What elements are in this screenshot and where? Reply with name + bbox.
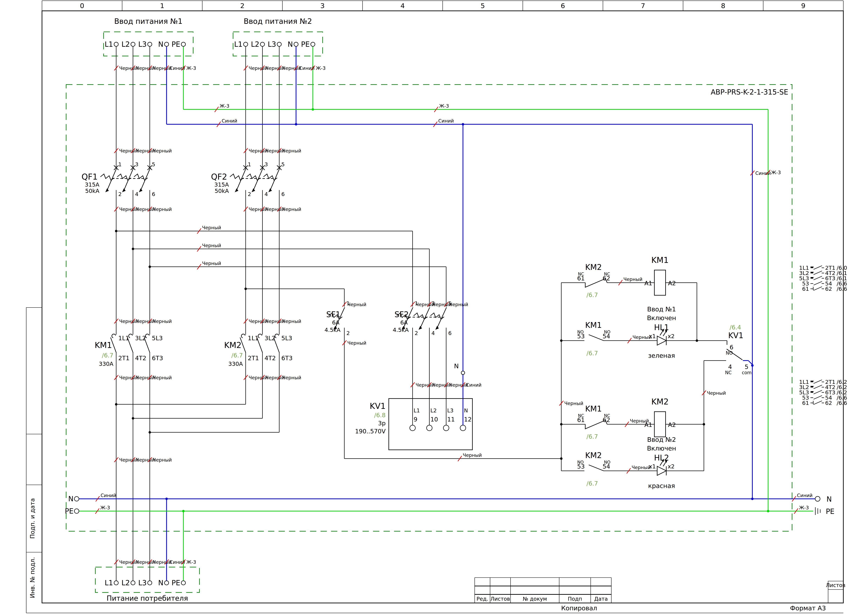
wire-color-text: Черный (564, 401, 583, 406)
wire-color-text: Черный (136, 206, 155, 212)
wire-color-text: Ж-3 (186, 560, 196, 565)
wire-color-labels: ЧерныйЧерныйЧерныйСинийЖ-3ЧерныйЧерныйЧе… (95, 65, 812, 565)
pole-terminal-number: 2 (248, 191, 251, 197)
wire-color-text: Черный (265, 206, 285, 212)
kv1-n-tap-label: N (454, 363, 459, 370)
wire-color-text: Черный (153, 319, 172, 324)
wire-color-text: Черный (347, 302, 366, 307)
wire-color-text: Ж-3 (799, 505, 809, 510)
kv1-relay: KV1 /6.8 3p 190..570V N L19L210L311N12 (355, 363, 473, 450)
km2-coil (654, 412, 666, 437)
km1-no-contact (589, 335, 604, 341)
qf1-name: QF1 (82, 172, 98, 181)
wire-color-label: Черный (343, 340, 366, 346)
rung1-t1: 61 (577, 275, 585, 282)
wire-color-text: Черный (136, 375, 155, 380)
sf2-pole (414, 307, 430, 330)
wire-color-text: Синий (222, 118, 237, 124)
qf2-rating: 315A (214, 181, 229, 188)
ruler-number: 3 (320, 2, 325, 9)
crossref-left: 61 (802, 286, 809, 292)
terminal-label: N (158, 579, 163, 587)
rung1-ref: /6.7 (586, 291, 598, 298)
wire-color-text: Ж-3 (316, 65, 326, 71)
wire-color-text: Черный (432, 302, 451, 307)
lamp1-t1: 53 (577, 333, 585, 340)
rung2-coil-name: KM2 (651, 397, 668, 406)
kv1-terminal-name: L1 (414, 408, 420, 414)
titleblock-col-data: Дата (594, 596, 608, 602)
km2-rating: 330A (228, 361, 243, 367)
pole-terminal-number: 6 (448, 330, 452, 336)
wire-color-text: Черный (282, 375, 301, 380)
n-right-label: N (826, 495, 832, 503)
km1-name: KM1 (95, 340, 112, 350)
n-left-label: N (68, 495, 73, 503)
control-lamp2: KM2 NO NO 53 54 /6.7 x1 x2 Ввод №2 Включ… (577, 436, 676, 489)
wire-color-text: Ж-3 (220, 103, 229, 109)
terminal-label: N (288, 40, 293, 48)
ruler-number: 8 (721, 2, 725, 9)
schematic-sheet: 0123456789 Подп. и дата Инв. № подл. Ред… (0, 0, 868, 614)
wire-color-text: Черный (119, 319, 138, 324)
terminal-label: L3 (138, 579, 147, 587)
wire-color-label: Черный (343, 302, 366, 307)
kv1-terminal-number: 11 (447, 416, 455, 423)
kv-com-label: com (742, 370, 752, 375)
pole-terminal-number: 1 (248, 161, 251, 167)
wire-color-text: Черный (282, 65, 301, 71)
wire-color-text: Черный (119, 457, 138, 463)
wire-color-label: Черный (628, 335, 652, 343)
lamp1-cap1: Ввод №1 (647, 305, 676, 313)
pole-terminal-number: 6T3 (152, 355, 163, 361)
wire-color-text: Черный (415, 302, 435, 307)
lamp1-t2: 54 (603, 333, 610, 340)
wire-color-text: Черный (249, 319, 268, 324)
wire-color-text: Черный (136, 457, 155, 463)
terminal-label: L3 (268, 40, 276, 48)
wire-color-label: Синий (750, 171, 771, 176)
lamp2-contact-name: KM2 (585, 451, 602, 460)
lamp2-cap2: Включен (647, 445, 676, 452)
rung2-ref: /6.7 (586, 433, 598, 440)
sf1-labels: SF1 6A 4.5kA (325, 310, 341, 333)
wire-color-text: Синий (169, 560, 185, 565)
pole-terminal-number: 2T1 (248, 355, 259, 361)
terminal-label: L3 (138, 40, 147, 48)
rung1-contact-name: KM2 (585, 263, 602, 271)
wire-color-text: Синий (169, 65, 185, 71)
sf2-name: SF2 (395, 310, 409, 319)
km1-coil (654, 270, 666, 295)
wire-color-text: Черный (632, 465, 651, 470)
wire-color-label: Черный (627, 465, 651, 473)
sf2-rating: 6A (400, 319, 408, 326)
crossref-ref: /6.6 (837, 286, 847, 292)
pole-terminal-number: 2 (415, 330, 418, 336)
wire-color-text: Ж-3 (186, 65, 196, 71)
qf1-rating: 315A (85, 181, 99, 188)
wire-color-text: Черный (249, 65, 268, 71)
wire-color-label: Черный (197, 225, 221, 234)
wire-color-text: Черный (119, 65, 138, 71)
pole-terminal-number: 2T1 (118, 355, 129, 361)
margin-label-podp: Подп. и дата (29, 498, 36, 539)
pe-left-label: PE (65, 507, 73, 515)
pe-ground-symbol (815, 507, 820, 515)
wire-color-text: Черный (153, 560, 172, 565)
kv-contact-ref: /6.4 (730, 324, 741, 331)
qf2-name: QF2 (211, 172, 227, 181)
wire-color-text: Черный (265, 319, 285, 324)
wire-color-text: Черный (136, 319, 155, 324)
schematic-canvas: 0123456789 Подп. и дата Инв. № подл. Ред… (0, 0, 868, 614)
wire-color-text: Черный (119, 148, 138, 154)
wire-color-label: Черный (458, 453, 482, 461)
pole-terminal-number: 3 (265, 161, 268, 167)
input1-title: Ввод питания №1 (114, 17, 183, 26)
terminal-label: L2 (121, 40, 130, 48)
lamp1-contact-name: KM1 (585, 321, 602, 330)
control-lamp1: KM1 NO NO 53 54 /6.7 x1 x2 Ввод №1 Включ… (577, 305, 676, 359)
margin-label-inv: Инв. № подл. (29, 557, 36, 598)
lamp2-color: красная (648, 482, 675, 489)
wire-color-text: Черный (415, 382, 435, 388)
wire-color-label: Синий (217, 118, 237, 127)
